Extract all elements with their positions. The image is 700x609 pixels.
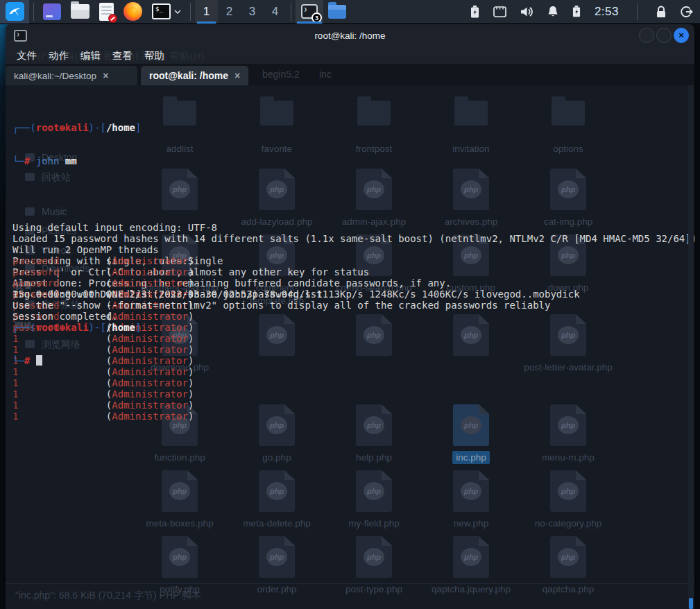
background-php-file: phporder.php (228, 536, 325, 596)
terminal-scrollbar[interactable] (688, 85, 694, 609)
workspace-2[interactable]: 2 (218, 0, 241, 24)
background-breadcrumb: inc (319, 69, 332, 80)
cracked-password-line: 1(Administrator) (12, 388, 688, 400)
php-file-icon: php (550, 536, 586, 578)
background-php-file: phpno-category.php (520, 470, 617, 530)
background-php-file: phpmeta-delete.php (228, 470, 325, 530)
panel-separator (190, 3, 191, 21)
php-file-icon: php (259, 536, 295, 578)
window-titlebar[interactable]: ❯ root@kali: /home × (6, 24, 694, 47)
clock[interactable]: 2:53 (595, 5, 619, 19)
chevron-down-icon[interactable] (174, 10, 181, 14)
kali-logo-icon (6, 2, 24, 21)
tab-label: root@kali: /home (149, 70, 228, 81)
scrollbar-thumb[interactable] (689, 598, 693, 609)
summary-line: Session completed. (12, 311, 688, 322)
text-cursor (36, 355, 42, 366)
prompt-line: ┌──(root⊛kali)-[/home] (12, 122, 688, 133)
workspace-4[interactable]: 4 (264, 0, 287, 24)
cracked-password-line: 1(Administrator) (12, 400, 688, 411)
menu-edit[interactable]: 编辑 (80, 49, 101, 62)
window-title: root@kali: /home (6, 31, 694, 41)
launcher-firefox[interactable] (119, 0, 147, 24)
launcher-terminal[interactable]: $_ (147, 0, 186, 24)
document-icon (99, 3, 114, 21)
window-terminal-icon: ❯ (14, 30, 27, 42)
cracked-password-line: 1(Administrator) (12, 344, 688, 355)
background-php-file: phpmy-field.php (325, 470, 422, 530)
kali-menu-button[interactable] (0, 0, 29, 24)
prompt-line: ┌──(root⊛kali)-[/home] (12, 322, 688, 333)
command-line: └─# john mm (12, 155, 688, 166)
launcher-text-editor[interactable] (94, 0, 119, 24)
tray-separator (637, 3, 638, 20)
workspace-3[interactable]: 3 (241, 0, 264, 24)
minimize-button[interactable] (639, 28, 654, 43)
background-file-row: phpmeta-boxes.phpphpmeta-delete.phpphpmy… (131, 470, 617, 530)
tab-desktop[interactable]: kali@kali:~/Desktop × (6, 66, 137, 85)
background-statusbar-divider (6, 583, 694, 584)
taskbar-file-manager[interactable] (323, 0, 351, 24)
notification-bell-icon[interactable] (547, 6, 558, 17)
php-file-icon: php (162, 536, 198, 578)
taskbar-terminal-group[interactable]: ❯ 3 (296, 0, 323, 24)
tab-close-icon[interactable]: × (234, 70, 240, 81)
background-php-file: phpqaptcha.php (520, 536, 617, 596)
tab-home-active[interactable]: root@kali: /home × (141, 66, 248, 85)
workspace-1[interactable]: 1 (195, 0, 218, 24)
background-php-file: phpmeta-boxes.php (131, 470, 228, 530)
panel-separator (291, 3, 291, 21)
volume-icon[interactable] (520, 6, 533, 17)
output-line: Will run 2 OpenMP threads (12, 244, 688, 255)
menu-actions[interactable]: 动作 (49, 49, 69, 62)
php-file-icon: php (453, 536, 489, 578)
summary-line: Use the "--show --format=netntlmv2" opti… (12, 300, 688, 311)
php-file-icon: php (162, 470, 198, 512)
john-output-block: Using default input encoding: UTF-8Loade… (12, 189, 688, 200)
maximize-button[interactable] (656, 28, 672, 43)
lock-screen-icon[interactable] (656, 6, 667, 18)
php-file-icon: php (259, 470, 295, 512)
cracked-password-line: 1(Administrator) (12, 377, 688, 388)
menu-bar: (F) 编辑(E) 查看(V) 转到(G) 帮助(H) 文件 动作 编辑 查看 … (6, 47, 694, 64)
php-file-icon: php (356, 536, 392, 578)
terminal-output: ┌──(root⊛kali)-[/home] └─# john mm Using… (6, 85, 688, 388)
menu-view[interactable]: 查看 (112, 49, 133, 62)
menu-file[interactable]: 文件 (17, 49, 37, 62)
php-file-icon: php (453, 470, 489, 512)
close-button[interactable]: × (674, 28, 689, 43)
tab-bar: kali@kali:~/Desktop × root@kali: /home ×… (6, 64, 694, 85)
window-app-icon (43, 3, 61, 20)
menu-help[interactable]: 帮助 (144, 49, 164, 62)
launcher-window-manager[interactable] (38, 0, 66, 24)
terminal-icon: $_ (152, 3, 171, 19)
background-statusbar-text: "inc.php": 68.6 KiB (70,214 字节) PHP 脚本 (15, 590, 201, 602)
background-breadcrumb: begin5.2 (262, 69, 300, 80)
tab-label: kali@kali:~/Desktop (14, 71, 96, 81)
panel-separator (33, 3, 34, 21)
terminal-viewport[interactable]: Desktop回收站MusicPicturesVideosDownloads设备… (6, 85, 694, 609)
edit-badge-icon (108, 14, 117, 23)
battery-icon[interactable] (470, 6, 479, 18)
launcher-file-manager[interactable] (66, 0, 94, 24)
top-panel: $_ 1 2 3 4 ❯ 3 2:53 (0, 0, 700, 24)
battery-indicator-icon[interactable] (572, 6, 581, 17)
background-php-file: phpqaptcha.jquery.php (422, 536, 520, 596)
background-php-file: phpnotify.php (131, 536, 228, 596)
background-file-row: phpnotify.phpphporder.phpphppost-type.ph… (131, 536, 617, 596)
blue-folder-icon (328, 5, 346, 19)
output-line: Loaded 15 password hashes with 14 differ… (12, 233, 688, 244)
logout-icon[interactable] (681, 6, 693, 18)
cracked-password-line: 1(Administrator) (12, 411, 688, 422)
qterminal-window: ❯ root@kali: /home × (F) 编辑(E) 查看(V) 转到(… (6, 24, 694, 609)
php-file-icon: php (550, 470, 586, 512)
system-tray: 2:53 (470, 3, 700, 20)
cracked-password-line: 1(Administrator) (12, 333, 688, 344)
tray-app-icon[interactable] (493, 6, 506, 17)
cracked-password-line: 1(Administrator) (12, 366, 688, 377)
window-count-badge: 3 (311, 12, 322, 23)
php-file-icon: php (356, 470, 392, 512)
folder-icon (71, 4, 89, 19)
background-php-file: phppost-type.php (325, 536, 422, 596)
tab-close-icon[interactable]: × (103, 70, 108, 81)
